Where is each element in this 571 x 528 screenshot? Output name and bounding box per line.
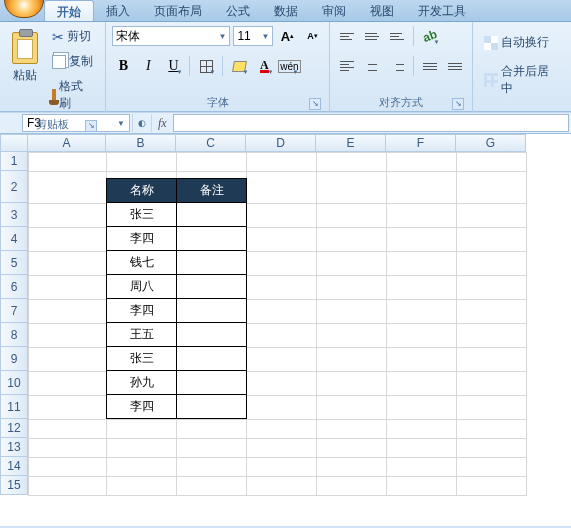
fill-color-button[interactable]: ▼ xyxy=(228,55,250,77)
table-cell[interactable]: 周八 xyxy=(107,275,177,299)
borders-button[interactable]: ▼ xyxy=(195,55,217,77)
tab-页面布局[interactable]: 页面布局 xyxy=(142,0,214,21)
cell[interactable] xyxy=(29,348,107,372)
row-header[interactable]: 13 xyxy=(0,438,28,457)
cell[interactable] xyxy=(29,153,107,172)
tab-视图[interactable]: 视图 xyxy=(358,0,406,21)
column-header[interactable]: E xyxy=(316,134,386,152)
increase-indent-button[interactable] xyxy=(444,55,466,77)
align-top-button[interactable] xyxy=(336,25,358,47)
table-cell[interactable] xyxy=(177,227,247,251)
table-cell[interactable]: 李四 xyxy=(107,299,177,323)
cell[interactable] xyxy=(107,439,177,458)
cell[interactable] xyxy=(317,396,387,420)
cell[interactable] xyxy=(247,477,317,496)
table-cell[interactable]: 钱七 xyxy=(107,251,177,275)
row-header[interactable]: 3 xyxy=(0,203,28,227)
cell[interactable] xyxy=(387,439,457,458)
cell[interactable] xyxy=(457,396,527,420)
cell[interactable] xyxy=(387,172,457,204)
cell[interactable] xyxy=(457,228,527,252)
cell[interactable] xyxy=(29,324,107,348)
cell[interactable] xyxy=(387,300,457,324)
decrease-indent-button[interactable] xyxy=(419,55,441,77)
table-cell[interactable] xyxy=(177,371,247,395)
cell[interactable] xyxy=(317,420,387,439)
merge-center-button[interactable]: 合并后居中 xyxy=(479,60,565,100)
cell[interactable] xyxy=(317,228,387,252)
align-middle-button[interactable] xyxy=(361,25,383,47)
fx-icon[interactable]: fx xyxy=(152,116,173,131)
cell[interactable] xyxy=(457,276,527,300)
cell[interactable] xyxy=(317,348,387,372)
cell[interactable] xyxy=(317,324,387,348)
row-header[interactable]: 5 xyxy=(0,251,28,275)
cell[interactable] xyxy=(387,153,457,172)
cell[interactable] xyxy=(457,372,527,396)
cell[interactable] xyxy=(29,300,107,324)
cell[interactable] xyxy=(177,477,247,496)
paste-button[interactable]: 粘贴 xyxy=(6,25,43,91)
row-header[interactable]: 15 xyxy=(0,476,28,495)
cell[interactable] xyxy=(29,420,107,439)
cell[interactable] xyxy=(387,458,457,477)
cell[interactable] xyxy=(457,439,527,458)
cell[interactable] xyxy=(387,348,457,372)
cell[interactable] xyxy=(247,153,317,172)
cell[interactable] xyxy=(247,300,317,324)
cell[interactable] xyxy=(317,276,387,300)
cell[interactable] xyxy=(457,324,527,348)
tab-插入[interactable]: 插入 xyxy=(94,0,142,21)
table-header[interactable]: 名称 xyxy=(107,179,177,203)
table-cell[interactable]: 孙九 xyxy=(107,371,177,395)
cell[interactable] xyxy=(387,204,457,228)
cell[interactable] xyxy=(107,153,177,172)
bold-button[interactable]: B xyxy=(112,55,134,77)
italic-button[interactable]: I xyxy=(137,55,159,77)
cell[interactable] xyxy=(317,153,387,172)
cell[interactable] xyxy=(29,477,107,496)
cells-area[interactable]: 名称备注张三李四钱七周八李四王五张三孙九李四 xyxy=(28,152,527,496)
cell[interactable] xyxy=(317,372,387,396)
row-header[interactable]: 6 xyxy=(0,275,28,299)
column-header[interactable]: F xyxy=(386,134,456,152)
tab-审阅[interactable]: 审阅 xyxy=(310,0,358,21)
cell[interactable] xyxy=(107,458,177,477)
table-cell[interactable]: 李四 xyxy=(107,395,177,419)
cell[interactable] xyxy=(247,276,317,300)
cell[interactable] xyxy=(247,458,317,477)
cell[interactable] xyxy=(177,420,247,439)
cell[interactable] xyxy=(29,252,107,276)
underline-button[interactable]: U▼ xyxy=(162,55,184,77)
row-header[interactable]: 2 xyxy=(0,171,28,203)
table-header[interactable]: 备注 xyxy=(177,179,247,203)
column-header[interactable]: B xyxy=(106,134,176,152)
column-header[interactable]: D xyxy=(246,134,316,152)
format-painter-button[interactable]: 格式刷 xyxy=(47,75,99,115)
wrap-text-button[interactable]: 自动换行 xyxy=(479,31,565,54)
expand-formula-button[interactable]: ◐ xyxy=(132,114,152,132)
cell[interactable] xyxy=(457,300,527,324)
cell[interactable] xyxy=(457,172,527,204)
cell[interactable] xyxy=(177,153,247,172)
cell[interactable] xyxy=(29,276,107,300)
row-header[interactable]: 10 xyxy=(0,371,28,395)
copy-button[interactable]: 复制 xyxy=(47,50,99,73)
row-header[interactable]: 11 xyxy=(0,395,28,419)
cell[interactable] xyxy=(457,252,527,276)
cell[interactable] xyxy=(387,228,457,252)
row-header[interactable]: 4 xyxy=(0,227,28,251)
spreadsheet-grid[interactable]: ABCDEFG 123456789101112131415 名称备注张三李四钱七… xyxy=(0,134,571,526)
table-cell[interactable]: 王五 xyxy=(107,323,177,347)
cell[interactable] xyxy=(107,477,177,496)
cell[interactable] xyxy=(317,204,387,228)
cell[interactable] xyxy=(247,372,317,396)
align-right-button[interactable] xyxy=(386,55,408,77)
select-all-corner[interactable] xyxy=(0,134,28,152)
cut-button[interactable]: ✂剪切 xyxy=(47,25,99,48)
table-cell[interactable]: 张三 xyxy=(107,347,177,371)
cell[interactable] xyxy=(177,458,247,477)
cell[interactable] xyxy=(317,439,387,458)
cell[interactable] xyxy=(29,439,107,458)
alignment-launcher[interactable]: ↘ xyxy=(452,98,464,110)
